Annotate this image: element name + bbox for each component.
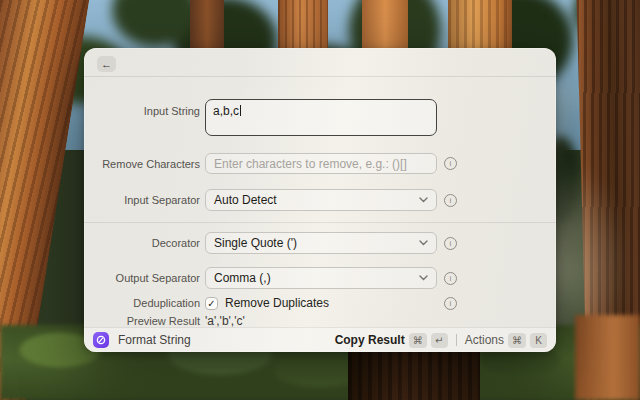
decorator-value: Single Quote (') xyxy=(214,236,297,250)
decorator-row: Decorator Single Quote (') i xyxy=(84,232,457,254)
info-icon[interactable]: i xyxy=(444,194,457,207)
remove-characters-row: Remove Characters Enter characters to re… xyxy=(84,153,457,174)
cmd-key-badge: ⌘ xyxy=(508,333,526,348)
checkmark-icon: ✓ xyxy=(207,298,215,309)
info-icon[interactable]: i xyxy=(444,237,457,250)
info-icon[interactable]: i xyxy=(444,272,457,285)
input-separator-value: Auto Detect xyxy=(214,193,277,207)
deduplication-row: Deduplication ✓ Remove Duplicates i xyxy=(84,296,457,310)
actions-button[interactable]: Actions xyxy=(465,333,504,347)
chevron-down-icon xyxy=(419,275,428,281)
cmd-key-badge: ⌘ xyxy=(409,333,427,348)
back-arrow-icon: ← xyxy=(101,58,112,70)
decorator-dropdown[interactable]: Single Quote (') xyxy=(205,232,437,254)
app-name: Format String xyxy=(118,333,335,347)
input-separator-dropdown[interactable]: Auto Detect xyxy=(205,189,437,211)
back-button[interactable]: ← xyxy=(97,56,116,72)
output-separator-label: Output Separator xyxy=(84,272,200,284)
preview-result-value: 'a','b','c' xyxy=(205,314,245,328)
format-string-glyph-icon xyxy=(96,335,106,345)
chevron-down-icon xyxy=(419,197,428,203)
remove-characters-input[interactable]: Enter characters to remove, e.g.: ()[] xyxy=(205,153,437,174)
info-icon[interactable]: i xyxy=(444,297,457,310)
format-string-window: ← Input String a,b,c Remove Characters E… xyxy=(84,48,556,352)
input-string-value: a,b,c xyxy=(213,104,239,118)
deduplication-control: ✓ Remove Duplicates xyxy=(205,296,437,310)
return-key-badge: ↵ xyxy=(431,333,448,348)
section-divider xyxy=(84,222,556,223)
deduplication-label: Deduplication xyxy=(84,297,200,309)
window-header: ← xyxy=(84,48,556,77)
output-separator-dropdown[interactable]: Comma (,) xyxy=(205,267,437,289)
remove-characters-label: Remove Characters xyxy=(84,158,200,170)
input-separator-label: Input Separator xyxy=(84,194,200,206)
output-separator-row: Output Separator Comma (,) i xyxy=(84,267,457,289)
decorator-label: Decorator xyxy=(84,237,200,249)
text-caret xyxy=(240,105,241,116)
preview-result-label: Preview Result xyxy=(84,315,200,327)
wallpaper-tree-trunk-bottom-right xyxy=(575,315,640,400)
remove-characters-placeholder: Enter characters to remove, e.g.: ()[] xyxy=(214,157,407,171)
input-string-row: Input String a,b,c xyxy=(84,99,437,136)
info-icon[interactable]: i xyxy=(444,157,457,170)
input-string-textarea[interactable]: a,b,c xyxy=(205,99,437,136)
copy-result-button[interactable]: Copy Result xyxy=(335,333,405,347)
input-string-label: Input String xyxy=(84,99,200,117)
format-string-app-icon xyxy=(93,332,109,348)
output-separator-value: Comma (,) xyxy=(214,271,271,285)
action-bar: Format String Copy Result ⌘ ↵ Actions ⌘ … xyxy=(84,327,556,352)
remove-duplicates-checkbox[interactable]: ✓ xyxy=(205,297,218,310)
preview-result-row: Preview Result 'a','b','c' xyxy=(84,314,245,328)
remove-duplicates-checkbox-label[interactable]: Remove Duplicates xyxy=(225,296,329,310)
input-separator-row: Input Separator Auto Detect i xyxy=(84,189,457,211)
footer-divider xyxy=(456,334,457,346)
k-key-badge: K xyxy=(530,333,547,348)
chevron-down-icon xyxy=(419,240,428,246)
